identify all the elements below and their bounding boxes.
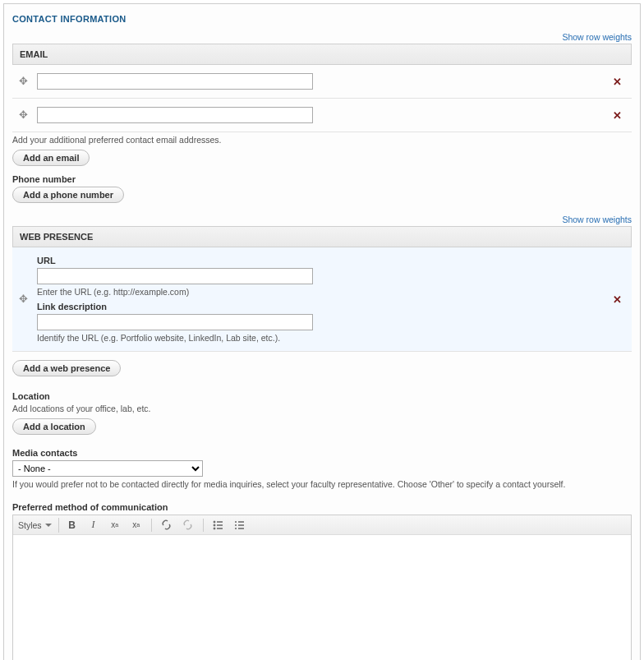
email-input[interactable] [37,73,313,90]
superscript-icon[interactable]: xa [107,518,123,533]
url-input[interactable] [37,268,313,284]
add-location-button[interactable]: Add a location [12,418,96,435]
bold-icon[interactable]: B [64,518,80,533]
chevron-down-icon [45,524,52,527]
contact-info-panel: CONTACT INFORMATION Show row weights EMA… [3,3,641,660]
show-row-weights-link[interactable]: Show row weights [562,32,632,42]
toolbar-separator [203,519,204,532]
url-help-text: Enter the URL (e.g. http://example.com) [37,287,600,297]
email-help-text: Add your additional preferred contact em… [12,135,632,145]
show-row-weights-container: Show row weights [12,215,632,224]
drag-handle-icon[interactable]: ✥ [17,76,29,87]
email-row: ✥ ✕ [12,99,632,132]
editor-toolbar: Styles B I xa xa [13,515,631,535]
add-email-button[interactable]: Add an email [12,150,90,166]
email-row-body [37,73,600,90]
media-block: Media contacts - None - If you would pre… [12,448,632,489]
drag-handle-icon[interactable]: ✥ [17,109,29,121]
svg-point-2 [214,524,215,526]
email-input[interactable] [37,107,313,123]
location-block: Location Add locations of your office, l… [12,391,632,435]
linkdesc-input[interactable] [37,314,313,330]
remove-icon[interactable]: ✕ [608,293,627,306]
linkdesc-label: Link description [37,302,600,312]
svg-point-4 [214,528,215,529]
add-phone-button[interactable]: Add a phone number [12,187,124,203]
email-row-body [37,107,600,123]
panel-title: CONTACT INFORMATION [12,11,632,32]
show-row-weights-container: Show row weights [12,32,632,42]
drag-handle-icon[interactable]: ✥ [17,293,29,305]
phone-block: Phone number Add a phone number [12,174,632,203]
toolbar-separator [151,519,152,532]
comm-label: Preferred method of communication [12,502,632,512]
email-section-header: EMAIL [12,44,632,65]
rich-text-editor: Styles B I xa xa [12,515,632,660]
media-select[interactable]: - None - [12,460,203,477]
linkdesc-help-text: Identify the URL (e.g. Portfolio website… [37,333,600,343]
show-row-weights-link[interactable]: Show row weights [562,215,632,224]
editor-canvas[interactable] [13,535,631,660]
italic-icon[interactable]: I [85,518,102,533]
location-help-text: Add locations of your office, lab, etc. [12,404,632,413]
unlink-icon[interactable] [180,518,196,533]
styles-dropdown[interactable]: Styles [18,518,59,533]
svg-point-0 [214,521,215,523]
web-row: ✥ URL Enter the URL (e.g. http://example… [12,247,632,352]
url-label: URL [37,256,600,265]
numbered-list-icon[interactable] [232,518,248,533]
phone-label: Phone number [12,174,632,184]
remove-icon[interactable]: ✕ [608,109,627,122]
email-row: ✥ ✕ [12,65,632,99]
subscript-icon[interactable]: xa [128,518,145,533]
styles-label: Styles [18,520,42,530]
add-web-button[interactable]: Add a web presence [12,360,121,376]
web-section-header: WEB PRESENCE [12,226,632,247]
bullet-list-icon[interactable] [210,518,227,533]
location-label: Location [12,391,632,401]
link-icon[interactable] [159,518,175,533]
comm-block: Preferred method of communication Styles… [12,502,632,660]
media-help-text: If you would prefer not to be contacted … [12,479,632,489]
remove-icon[interactable]: ✕ [608,76,627,88]
media-label: Media contacts [12,448,632,458]
web-row-body: URL Enter the URL (e.g. http://example.c… [37,256,600,343]
